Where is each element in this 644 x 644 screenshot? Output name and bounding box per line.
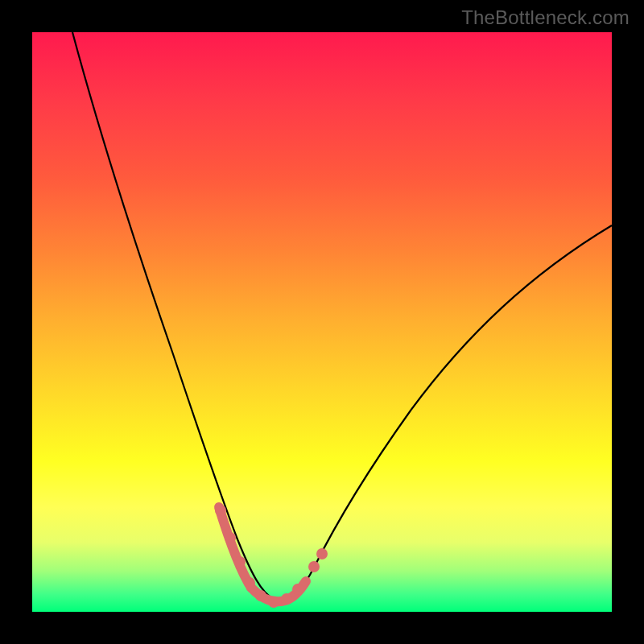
marker-dot <box>316 548 328 559</box>
marker-dot <box>255 590 266 601</box>
plot-area <box>32 32 612 612</box>
marker-dot <box>281 593 292 605</box>
chart-frame: TheBottleneck.com <box>0 0 644 644</box>
curve-svg <box>32 32 612 612</box>
marker-dot <box>244 577 255 588</box>
marker-dot <box>215 505 226 516</box>
marker-segment-left <box>219 507 251 588</box>
marker-dot <box>225 532 236 543</box>
marker-dot <box>308 561 320 572</box>
marker-dot <box>234 556 246 568</box>
marker-dot <box>292 584 303 595</box>
bottleneck-curve <box>72 32 612 601</box>
optimal-range-markers <box>215 505 328 608</box>
marker-dot <box>268 597 279 608</box>
watermark-text: TheBottleneck.com <box>461 6 630 29</box>
